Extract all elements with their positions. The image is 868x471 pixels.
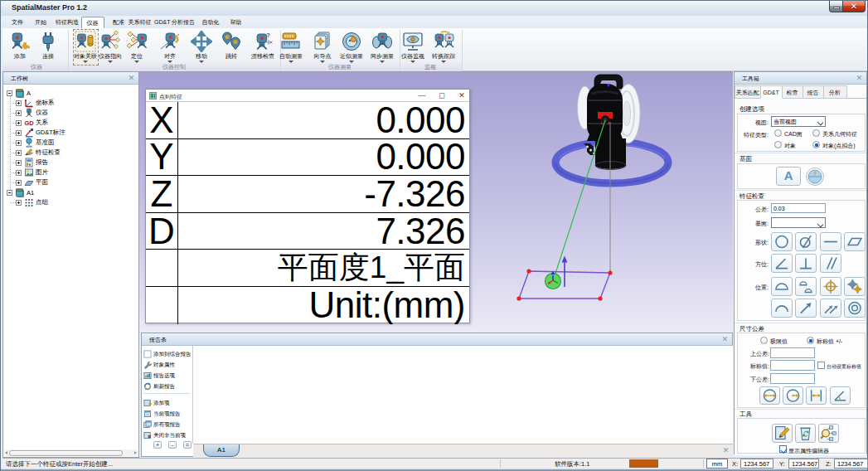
datum-select[interactable]: [771, 217, 826, 228]
auto-nominal-checkbox[interactable]: [817, 362, 825, 369]
tree-expand-icon[interactable]: [16, 100, 22, 106]
upper-tolerance-input[interactable]: [770, 347, 815, 358]
limit-value-radio[interactable]: [760, 337, 768, 344]
reportbar-tool-对象属性[interactable]: 对象属性: [143, 360, 175, 370]
reportbar-mini-button--[interactable]: -: [168, 441, 177, 449]
tool-delete-button[interactable]: [795, 424, 816, 443]
fc-parallel-button[interactable]: [820, 254, 841, 273]
tool-search-button[interactable]: [818, 424, 839, 443]
tree-collapse-icon[interactable]: [7, 190, 12, 196]
tree-item-基准面[interactable]: 基准面: [16, 138, 55, 148]
fc-position-button[interactable]: [820, 277, 841, 296]
fc-profsurf-button[interactable]: [771, 277, 793, 296]
fc-line-button[interactable]: [820, 232, 841, 251]
reportbar-mini-button-=[interactable]: =: [183, 441, 192, 449]
menu-item-帮助[interactable]: 帮助: [229, 17, 243, 28]
fc-concentric-button[interactable]: [844, 299, 866, 318]
tree-item-点组[interactable]: 点组: [16, 197, 48, 207]
tree-item-平面[interactable]: 平面: [16, 177, 48, 187]
readout-close-icon[interactable]: ✕: [458, 92, 466, 100]
toolbox-tab-检查[interactable]: 检查: [783, 85, 803, 99]
tree-expand-icon[interactable]: [16, 170, 22, 176]
tree-item-坐标系[interactable]: 坐标系: [16, 98, 55, 108]
reportbar-tool-报告选项[interactable]: 报告选项: [143, 371, 175, 381]
ribbon-button-转换跟踪[interactable]: 转换跟踪: [431, 29, 457, 66]
tree-expand-icon[interactable]: [16, 140, 22, 146]
tree-expand-icon[interactable]: [16, 180, 22, 186]
menu-item-文件[interactable]: 文件: [11, 17, 24, 28]
tree-item-仪器[interactable]: 仪器: [16, 108, 48, 118]
reportbar-tool-关闭非当前项[interactable]: 关闭非当前项: [143, 430, 186, 440]
show-property-editor-checkbox[interactable]: [779, 445, 787, 453]
ribbon-button-仪器监视[interactable]: 仪器监视: [400, 29, 426, 66]
fc-profboth-button[interactable]: [795, 277, 817, 296]
dt-angle-button[interactable]: [830, 386, 851, 405]
dt-diameter-button[interactable]: [759, 386, 780, 405]
tree-item-图片[interactable]: 图片: [16, 168, 48, 177]
fc-flatness-button[interactable]: [844, 232, 866, 251]
reportbar-content[interactable]: [194, 346, 733, 444]
fc-cylindricity-button[interactable]: [795, 232, 817, 251]
menu-item-仪器[interactable]: 仪器: [81, 17, 104, 28]
readout-maximize-icon[interactable]: ◻: [438, 92, 446, 100]
reportbar-close-icon[interactable]: ✕: [721, 336, 729, 343]
menu-item-分析报告[interactable]: 分析报告: [171, 17, 196, 28]
reportbar-tool-添加到综合报告[interactable]: 添加到综合报告: [143, 349, 192, 359]
readout-minimize-icon[interactable]: —: [418, 92, 426, 100]
ribbon-button-漂移检查[interactable]: ?漂移检查: [250, 29, 276, 66]
ribbon-button-自动测量[interactable]: 自动测量: [279, 29, 304, 66]
ribbon-button-定位[interactable]: 定位: [127, 29, 147, 66]
reportbar-tool-刷新报告[interactable]: 刷新报告: [143, 381, 175, 391]
tree-expand-icon[interactable]: [16, 150, 22, 156]
ribbon-button-向导点[interactable]: 向导点: [312, 29, 334, 66]
minimize-button[interactable]: [829, 1, 843, 12]
toolbox-close-icon[interactable]: ✕: [856, 75, 863, 82]
tree-expand-icon[interactable]: [16, 120, 22, 126]
menu-item-GD&T[interactable]: GD&T: [154, 17, 168, 28]
ribbon-button-同步测量[interactable]: 同步测量: [370, 29, 395, 66]
tree-collapse-icon[interactable]: [7, 90, 12, 96]
tool-edit-button[interactable]: [772, 424, 793, 443]
ribbon-button-移动[interactable]: 移动: [192, 29, 211, 66]
reportbar-tab-a1[interactable]: A1: [203, 444, 240, 457]
datum-sphere-button[interactable]: ?: [806, 168, 824, 186]
toolbox-tab-分析[interactable]: 分析: [824, 85, 847, 99]
ribbon-button-对象关联[interactable]: 对象关联: [73, 29, 99, 66]
tree-expand-icon[interactable]: [16, 160, 22, 166]
menu-item-特征构造[interactable]: 特征构造: [55, 17, 80, 28]
tolerance-input[interactable]: [771, 203, 826, 213]
feature-type-radio-CAD面[interactable]: [774, 129, 782, 137]
ribbon-button-仪器指向[interactable]: 仪器指向: [98, 29, 124, 66]
ribbon-button-添加[interactable]: 添加: [10, 29, 30, 66]
reportbar-tool-所有项报告[interactable]: 所有项报告: [143, 420, 181, 430]
worktree-hscroll-thumb[interactable]: [9, 450, 123, 456]
lower-tolerance-input[interactable]: [770, 373, 815, 384]
toolbox-tab-GD&T[interactable]: GD&T: [761, 85, 783, 99]
dt-radius-button[interactable]: [783, 386, 803, 405]
tree-item-A1[interactable]: A1: [7, 187, 34, 197]
scroll-left-icon[interactable]: [5, 451, 7, 454]
ribbon-button-近似测量[interactable]: 近似测量: [339, 29, 365, 66]
nominal-radio[interactable]: [807, 337, 814, 344]
fc-runout-button[interactable]: [795, 299, 817, 318]
feature-type-radio-关系几何特征[interactable]: [812, 129, 820, 137]
ribbon-button-对齐[interactable]: 对齐: [160, 29, 180, 66]
tree-item-特征检查[interactable]: 特征检查: [16, 148, 61, 158]
scroll-right-icon[interactable]: [134, 451, 137, 454]
tree-item-报告[interactable]: 报告: [16, 158, 48, 168]
menu-item-自动化[interactable]: 自动化: [201, 17, 220, 28]
tree-item-A[interactable]: A: [7, 88, 31, 98]
coord-value-X[interactable]: 1234.567: [740, 459, 773, 469]
reportbar-mini-button-+[interactable]: +: [153, 441, 162, 449]
dt-distance-button[interactable]: [806, 386, 827, 405]
fc-circle-button[interactable]: [771, 232, 793, 251]
ribbon-button-连接[interactable]: 连接: [38, 29, 58, 66]
fc-profline-button[interactable]: [771, 299, 793, 318]
view-select[interactable]: 当前视图: [771, 116, 826, 127]
coord-value-Z[interactable]: 1234.567: [834, 459, 868, 469]
readout-titlebar[interactable]: 点到特征 — ◻ ✕: [146, 90, 469, 102]
nominal-value-input[interactable]: [770, 360, 815, 371]
coord-value-Y[interactable]: 1234.567: [788, 459, 819, 469]
menu-item-配准[interactable]: 配准: [112, 17, 125, 28]
reportbar-tool-当前项报告[interactable]: 当前项报告: [143, 409, 181, 419]
